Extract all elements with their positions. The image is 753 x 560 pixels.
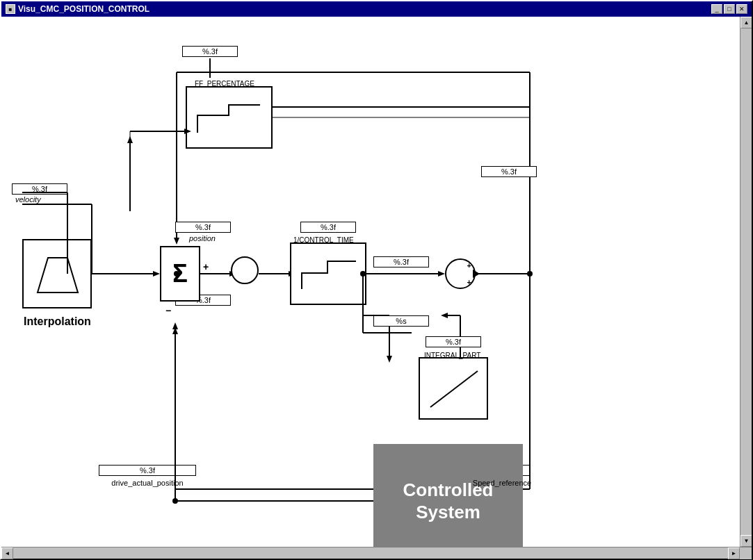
svg-marker-49 [172, 322, 178, 329]
integral-part-block [419, 357, 488, 420]
minimize-button[interactable]: _ [711, 4, 722, 14]
title-bar: ■ Visu_CMC_POSITION_CONTROL _ □ ✕ [1, 1, 752, 17]
svg-marker-15 [127, 136, 133, 143]
interpolation-block [22, 239, 92, 308]
maximize-button[interactable]: □ [724, 4, 735, 14]
position-value-box: %.3f [175, 222, 231, 233]
sum-minus-sign: − [165, 305, 171, 316]
svg-marker-1 [153, 271, 160, 277]
svg-marker-8 [438, 271, 445, 277]
controlled-system-block: Controlled System [373, 444, 523, 547]
scroll-track-h[interactable] [13, 547, 728, 559]
horizontal-scrollbar: ◄ ► [1, 547, 740, 559]
scroll-track-v[interactable] [740, 28, 752, 535]
scroll-down-button[interactable]: ▼ [740, 535, 752, 547]
svg-marker-28 [387, 356, 392, 363]
ff-value-box: %.3f [182, 46, 238, 57]
svg-marker-43 [476, 269, 484, 279]
title-buttons: _ □ ✕ [711, 4, 747, 14]
status-s-box: %s [373, 315, 429, 327]
vertical-scrollbar: ▲ ▼ [740, 17, 752, 547]
window-icon: ■ [6, 4, 15, 14]
integral-value-box: %.3f [426, 336, 481, 347]
velocity-value-box: %.3f [12, 183, 67, 195]
bottom-bar: ◄ ► [1, 547, 752, 559]
comparator-circle [231, 256, 259, 284]
control-time-title: 1/CONTROL_TIME [293, 236, 354, 244]
integral-part-title: INTEGRAL_PART [424, 352, 480, 359]
scroll-up-button[interactable]: ▲ [740, 17, 752, 28]
svg-marker-31 [441, 313, 448, 318]
main-window: ■ Visu_CMC_POSITION_CONTROL _ □ ✕ [0, 0, 753, 560]
scroll-left-button[interactable]: ◄ [1, 547, 13, 559]
svg-marker-35 [38, 258, 78, 293]
svg-marker-13 [174, 238, 179, 245]
ff-percentage-title: FF_PERCENTAGE [195, 80, 254, 88]
scroll-right-button[interactable]: ► [728, 547, 740, 559]
ff-percentage-block [186, 86, 273, 149]
svg-marker-25 [172, 327, 178, 334]
sum-circle-right: + + [445, 258, 476, 289]
control-time-value-box: %.3f [300, 222, 356, 233]
position-label: position [189, 234, 216, 242]
svg-point-44 [527, 271, 533, 277]
close-button[interactable]: ✕ [736, 4, 747, 14]
topright-value-box: %.3f [481, 166, 537, 177]
ctrl-output-value-box: %.3f [373, 256, 429, 267]
speed-reference-label: Speed_reference [460, 479, 544, 487]
sum-block: Σ [160, 246, 200, 302]
canvas-area: %.3f %.3f velocity %.3f position %.3f %.… [1, 17, 740, 547]
velocity-label: velocity [15, 195, 41, 204]
sum-plus-sign: + [203, 261, 209, 272]
window-body: %.3f %.3f velocity %.3f position %.3f %.… [1, 17, 752, 547]
svg-line-36 [430, 371, 478, 407]
window-title: Visu_CMC_POSITION_CONTROL [18, 4, 149, 14]
interpolation-label: Interpolation [24, 315, 91, 328]
control-time-block [290, 242, 366, 305]
drive-actual-position-label: drive_actual_position [99, 479, 196, 487]
title-bar-left: ■ Visu_CMC_POSITION_CONTROL [6, 4, 149, 14]
scrollbar-corner [740, 547, 752, 559]
drive-pos-value-box: %.3f [99, 465, 196, 476]
svg-point-50 [172, 498, 178, 504]
